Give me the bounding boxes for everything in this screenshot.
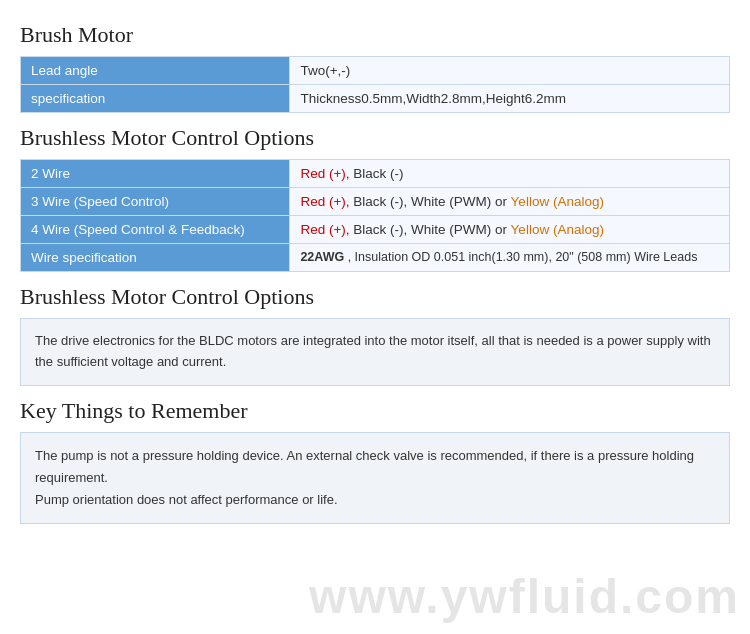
red-text: Red (+), <box>300 166 349 181</box>
brushless-options-table: 2 Wire Red (+), Black (-) 3 Wire (Speed … <box>20 159 730 272</box>
lead-angle-label: Lead angle <box>21 57 290 85</box>
black-text: Black (-), <box>353 194 407 209</box>
brush-motor-title: Brush Motor <box>20 22 730 48</box>
2wire-label: 2 Wire <box>21 160 290 188</box>
4wire-label: 4 Wire (Speed Control & Feedback) <box>21 216 290 244</box>
table-row: 2 Wire Red (+), Black (-) <box>21 160 730 188</box>
key-things-title: Key Things to Remember <box>20 398 730 424</box>
key-things-box: The pump is not a pressure holding devic… <box>20 432 730 524</box>
table-row: 4 Wire (Speed Control & Feedback) Red (+… <box>21 216 730 244</box>
3wire-value: Red (+), Black (-), White (PWM) or Yello… <box>290 188 730 216</box>
red-text: Red (+), <box>300 222 349 237</box>
wire-spec-label: Wire specification <box>21 244 290 272</box>
wire-spec-value: 22AWG , Insulation OD 0.051 inch(1.30 mm… <box>290 244 730 272</box>
white-pwm-text: White (PWM) or <box>411 194 511 209</box>
yellow-analog-text: Yellow (Analog) <box>511 222 604 237</box>
lead-angle-value: Two(+,-) <box>290 57 730 85</box>
brushless-description-text: The drive electronics for the BLDC motor… <box>35 333 711 369</box>
table-row: Wire specification 22AWG , Insulation OD… <box>21 244 730 272</box>
table-row: Lead angle Two(+,-) <box>21 57 730 85</box>
brush-motor-table: Lead angle Two(+,-) specification Thickn… <box>20 56 730 113</box>
black-text: Black (-) <box>353 166 403 181</box>
table-row: specification Thickness0.5mm,Width2.8mm,… <box>21 85 730 113</box>
3wire-label: 3 Wire (Speed Control) <box>21 188 290 216</box>
wire-detail-text: , Insulation OD 0.051 inch(1.30 mm), 20"… <box>348 250 698 264</box>
watermark: www.ywfluid.com <box>309 569 740 624</box>
awg-text: 22AWG <box>300 250 344 264</box>
red-text: Red (+), <box>300 194 349 209</box>
table-row: 3 Wire (Speed Control) Red (+), Black (-… <box>21 188 730 216</box>
key-things-line-1: The pump is not a pressure holding devic… <box>35 445 715 489</box>
2wire-value: Red (+), Black (-) <box>290 160 730 188</box>
specification-value: Thickness0.5mm,Width2.8mm,Height6.2mm <box>290 85 730 113</box>
brushless-description-title: Brushless Motor Control Options <box>20 284 730 310</box>
specification-label: specification <box>21 85 290 113</box>
brushless-description-box: The drive electronics for the BLDC motor… <box>20 318 730 386</box>
black-text: Black (-), <box>353 222 407 237</box>
brushless-options-title: Brushless Motor Control Options <box>20 125 730 151</box>
key-things-line-2: Pump orientation does not affect perform… <box>35 489 715 511</box>
4wire-value: Red (+), Black (-), White (PWM) or Yello… <box>290 216 730 244</box>
white-pwm-text: White (PWM) or <box>411 222 511 237</box>
yellow-analog-text: Yellow (Analog) <box>511 194 604 209</box>
